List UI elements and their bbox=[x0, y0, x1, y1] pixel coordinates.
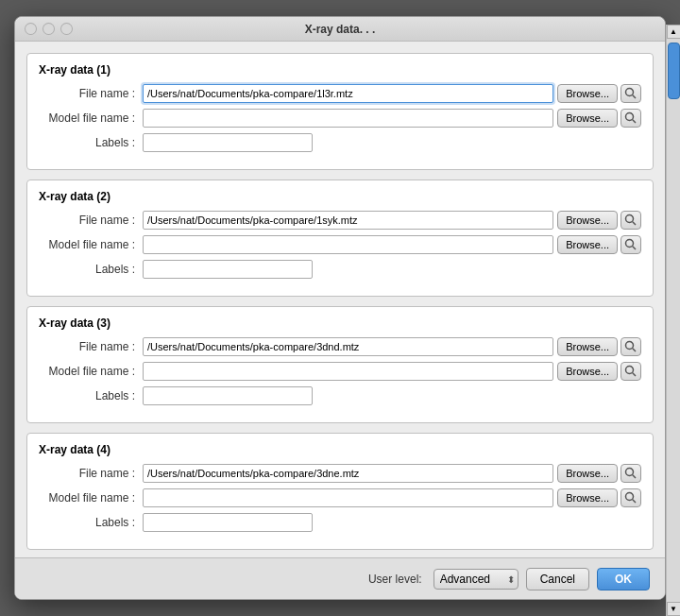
svg-point-4 bbox=[626, 215, 634, 223]
model-file-name-input-4[interactable] bbox=[143, 488, 553, 507]
labels-input-1[interactable] bbox=[143, 133, 313, 152]
svg-line-13 bbox=[633, 475, 636, 478]
browse-button-2-model[interactable]: Browse... bbox=[557, 235, 618, 254]
svg-point-0 bbox=[626, 89, 634, 96]
browse-button-1-file[interactable]: Browse... bbox=[557, 84, 618, 103]
model-file-name-label-1: Model file name : bbox=[39, 111, 143, 125]
svg-point-2 bbox=[626, 113, 634, 121]
section-1-title: X-ray data (1) bbox=[39, 63, 641, 77]
browse-button-3-file[interactable]: Browse... bbox=[557, 337, 618, 356]
section-2-title: X-ray data (2) bbox=[39, 190, 641, 203]
magnify-button-1-file[interactable] bbox=[620, 84, 641, 103]
magnify-button-2-file[interactable] bbox=[620, 211, 641, 230]
window-title: X-ray data. . . bbox=[305, 23, 376, 36]
file-name-row-3: File name : Browse... bbox=[39, 337, 641, 356]
model-file-name-label-4: Model file name : bbox=[39, 491, 143, 505]
file-name-input-4[interactable] bbox=[143, 464, 553, 483]
model-file-name-row-2: Model file name : Browse... bbox=[39, 235, 641, 254]
model-file-name-row-1: Model file name : Browse... bbox=[39, 109, 641, 128]
labels-input-2[interactable] bbox=[143, 260, 313, 279]
magnify-button-4-model[interactable] bbox=[620, 488, 641, 507]
content-area: X-ray data (1) File name : Browse... Mod… bbox=[15, 42, 665, 557]
user-level-label: User level: bbox=[368, 573, 422, 586]
magnify-button-4-file[interactable] bbox=[620, 464, 641, 483]
magnify-button-2-model[interactable] bbox=[620, 235, 641, 254]
browse-button-3-model[interactable]: Browse... bbox=[557, 362, 618, 381]
svg-line-7 bbox=[633, 247, 636, 249]
file-name-row-1: File name : Browse... bbox=[39, 84, 641, 103]
section-4-title: X-ray data (4) bbox=[39, 443, 641, 456]
cancel-button[interactable]: Cancel bbox=[526, 568, 589, 590]
file-name-input-2[interactable] bbox=[143, 211, 553, 230]
traffic-lights bbox=[25, 23, 73, 35]
browse-button-2-file[interactable]: Browse... bbox=[557, 211, 618, 230]
labels-input-3[interactable] bbox=[143, 386, 313, 405]
xray-section-1: X-ray data (1) File name : Browse... Mod… bbox=[26, 53, 654, 170]
svg-line-15 bbox=[633, 500, 636, 503]
magnify-button-3-model[interactable] bbox=[620, 362, 641, 381]
model-file-name-label-3: Model file name : bbox=[39, 365, 143, 378]
file-name-label-3: File name : bbox=[39, 340, 143, 353]
labels-input-4[interactable] bbox=[143, 513, 313, 532]
footer: User level: Basic Advanced Expert Cancel… bbox=[15, 557, 665, 599]
search-icon bbox=[624, 238, 638, 251]
file-name-label-2: File name : bbox=[39, 214, 143, 227]
svg-line-9 bbox=[633, 349, 636, 351]
labels-label-3: Labels : bbox=[39, 389, 143, 402]
svg-line-5 bbox=[633, 222, 636, 225]
search-icon bbox=[624, 214, 638, 227]
labels-row-2: Labels : bbox=[39, 260, 641, 279]
xray-section-4: X-ray data (4) File name : Browse... Mod… bbox=[26, 433, 654, 550]
svg-point-8 bbox=[626, 342, 634, 350]
svg-point-6 bbox=[626, 240, 634, 248]
labels-label-4: Labels : bbox=[39, 516, 143, 529]
titlebar: X-ray data. . . bbox=[15, 17, 665, 42]
search-icon bbox=[624, 491, 638, 505]
main-window: X-ray data. . . X-ray data (1) File name… bbox=[14, 16, 666, 600]
file-name-row-2: File name : Browse... bbox=[39, 211, 641, 230]
search-icon bbox=[624, 365, 638, 378]
file-name-label-1: File name : bbox=[39, 87, 143, 100]
search-icon bbox=[624, 87, 638, 100]
browse-button-4-file[interactable]: Browse... bbox=[557, 464, 618, 483]
main-scroll-area: X-ray data (1) File name : Browse... Mod… bbox=[15, 42, 665, 557]
model-file-name-row-3: Model file name : Browse... bbox=[39, 362, 641, 381]
user-level-select[interactable]: Basic Advanced Expert bbox=[434, 569, 518, 590]
search-icon bbox=[624, 467, 638, 480]
section-3-title: X-ray data (3) bbox=[39, 317, 641, 330]
file-name-label-4: File name : bbox=[39, 467, 143, 480]
labels-label-1: Labels : bbox=[39, 136, 143, 149]
labels-row-3: Labels : bbox=[39, 386, 641, 405]
minimize-button[interactable] bbox=[42, 23, 55, 35]
xray-section-3: X-ray data (3) File name : Browse... Mod… bbox=[26, 306, 654, 423]
search-icon bbox=[624, 111, 638, 125]
file-name-row-4: File name : Browse... bbox=[39, 464, 641, 483]
magnify-button-1-model[interactable] bbox=[620, 109, 641, 128]
magnify-button-3-file[interactable] bbox=[620, 337, 641, 356]
labels-row-4: Labels : bbox=[39, 513, 641, 532]
search-icon bbox=[624, 340, 638, 353]
user-level-select-wrapper[interactable]: Basic Advanced Expert bbox=[434, 569, 518, 590]
model-file-name-label-2: Model file name : bbox=[39, 238, 143, 251]
file-name-input-3[interactable] bbox=[143, 337, 553, 356]
svg-point-14 bbox=[626, 493, 634, 501]
labels-label-2: Labels : bbox=[39, 263, 143, 276]
close-button[interactable] bbox=[25, 23, 37, 35]
ok-button[interactable]: OK bbox=[597, 568, 650, 590]
svg-point-12 bbox=[626, 469, 634, 476]
xray-section-2: X-ray data (2) File name : Browse... Mod… bbox=[26, 180, 654, 297]
svg-line-11 bbox=[633, 373, 636, 376]
browse-button-4-model[interactable]: Browse... bbox=[557, 488, 618, 507]
svg-line-1 bbox=[633, 95, 636, 98]
model-file-name-input-3[interactable] bbox=[143, 362, 553, 381]
svg-point-10 bbox=[626, 367, 634, 374]
model-file-name-input-1[interactable] bbox=[143, 109, 553, 128]
file-name-input-1[interactable] bbox=[143, 84, 553, 103]
svg-line-3 bbox=[633, 120, 636, 123]
model-file-name-input-2[interactable] bbox=[143, 235, 553, 254]
maximize-button[interactable] bbox=[60, 23, 73, 35]
labels-row-1: Labels : bbox=[39, 133, 641, 152]
browse-button-1-model[interactable]: Browse... bbox=[557, 109, 618, 128]
model-file-name-row-4: Model file name : Browse... bbox=[39, 488, 641, 507]
